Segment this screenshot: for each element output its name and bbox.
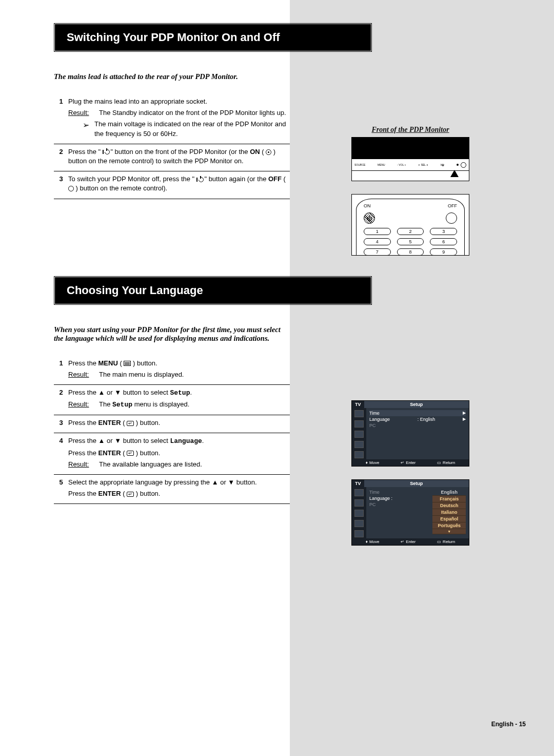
step-text: Press the " " button on the front of the… xyxy=(68,147,290,166)
osd-item-value: : English xyxy=(418,417,436,422)
step-text: Press the MENU ( ) button. xyxy=(68,359,290,368)
osd-title: Setup xyxy=(364,401,469,408)
panel-label: - VOL + xyxy=(397,163,406,166)
osd-foot-return: ▭ Return xyxy=(437,539,455,544)
osd-setup-languages: TV Setup Time Language : xyxy=(351,479,469,546)
step-text: Press the ENTER ( ) button. xyxy=(68,489,290,498)
num-button: 4 xyxy=(364,238,391,245)
osd-item: Time xyxy=(369,411,380,416)
panel-label: ∨ SEL ∧ xyxy=(418,163,428,166)
step-text: Plug the mains lead into an appropriate … xyxy=(68,97,290,106)
remote-off-button xyxy=(446,212,457,224)
osd-language-option: Deutsch xyxy=(432,502,466,509)
section-language: Choosing Your Language xyxy=(28,276,290,305)
osd-nav-icon xyxy=(354,489,364,496)
note-arrow-icon: ➢ xyxy=(83,120,89,138)
osd-item: Language xyxy=(369,417,390,422)
osd-item: PC xyxy=(369,502,376,507)
num-button: 5 xyxy=(397,238,424,245)
result-text: The Standby indicator on the front of th… xyxy=(99,108,290,118)
osd-language-option: Italiano xyxy=(432,509,466,516)
step: 1 Plug the mains lead into an appropriat… xyxy=(54,94,290,144)
step-text: Press the ENTER ( ) button. xyxy=(68,449,290,458)
osd-foot-enter: ↵ Enter xyxy=(401,460,416,465)
menu-icon xyxy=(124,361,131,366)
num-button: 2 xyxy=(397,228,424,235)
osd-foot-enter: ↵ Enter xyxy=(401,539,416,544)
osd-nav-icon xyxy=(354,530,364,537)
note-text: The main voltage is indicated on the rea… xyxy=(94,120,290,138)
result-text: The Setup menu is displayed. xyxy=(99,400,290,410)
remote-on-icon xyxy=(266,149,271,155)
osd-setup-collapsed: TV Setup Time▶ Language: English▶ PC xyxy=(351,400,469,467)
osd-foot-move: ♦ Move xyxy=(366,539,380,544)
power-icon xyxy=(103,149,109,155)
step-number: 1 xyxy=(54,97,68,141)
osd-nav-icon xyxy=(354,410,364,417)
remote-figure: ON OFF ⏻ 1 2 3 4 5 6 7 xyxy=(351,194,469,256)
num-button: 8 xyxy=(397,248,424,256)
osd-item: PC xyxy=(369,423,376,428)
osd-language-option: Français xyxy=(432,496,466,502)
enter-icon xyxy=(127,492,134,497)
step-number: 2 xyxy=(54,147,68,168)
step: 3 To switch your PDP Monitor off, press … xyxy=(54,171,290,199)
step-text: Press the ▲ or ▼ button to select Setup. xyxy=(68,388,290,398)
step: 1 Press the MENU ( ) button. Result: The… xyxy=(54,356,290,385)
num-button: 1 xyxy=(364,228,391,235)
chevron-right-icon: ▶ xyxy=(463,417,466,422)
osd-nav-icon xyxy=(354,420,364,428)
figure-title: Front of the PDP Monitor xyxy=(351,126,469,134)
step-text: Press the ▲ or ▼ button to select Langua… xyxy=(68,436,290,446)
result-text: The available languages are listed. xyxy=(99,460,290,469)
section1-steps: 1 Plug the mains lead into an appropriat… xyxy=(54,94,290,199)
section2-intro: When you start using your PDP Monitor fo… xyxy=(54,325,290,343)
osd-item: Language xyxy=(369,496,390,501)
section2-steps: 1 Press the MENU ( ) button. Result: The… xyxy=(54,356,290,505)
osd-tv-label: TV xyxy=(352,401,364,408)
main-column: Switching Your PDP Monitor On and Off Th… xyxy=(0,0,290,756)
result-label: Result: xyxy=(68,400,96,410)
step: 5 Select the appropriate language by pre… xyxy=(54,475,290,504)
section1-intro: The mains lead is attached to the rear o… xyxy=(54,72,290,81)
num-button: 6 xyxy=(430,238,457,245)
osd-language-more-icon: ▼ xyxy=(432,529,466,534)
panel-label: MENU xyxy=(378,163,385,166)
ir-arrow-icon xyxy=(450,170,459,177)
step-text: To switch your PDP Monitor off, press th… xyxy=(68,175,290,193)
osd-language-option: Español xyxy=(432,516,466,522)
page: Switching Your PDP Monitor On and Off Th… xyxy=(0,0,554,756)
step: 2 Press the ▲ or ▼ button to select Setu… xyxy=(54,385,290,415)
step: 2 Press the " " button on the front of t… xyxy=(54,144,290,171)
num-button: 7 xyxy=(364,248,391,256)
power-button-icon xyxy=(461,162,466,168)
step-number: 3 xyxy=(54,175,68,195)
enter-icon xyxy=(127,421,134,426)
remote-on-button: ⏻ xyxy=(364,212,375,224)
step: 3 Press the ENTER ( ) button. xyxy=(54,415,290,433)
osd-language-option: English xyxy=(432,489,466,496)
remote-off-icon xyxy=(68,186,74,191)
remote-on-label: ON xyxy=(364,203,371,208)
step-number: 1 xyxy=(54,359,68,381)
remote-off-label: OFF xyxy=(448,203,457,208)
section-title-2: Choosing Your Language xyxy=(55,277,371,304)
step: 4 Press the ▲ or ▼ button to select Lang… xyxy=(54,433,290,475)
step-text: Select the appropriate language by press… xyxy=(68,478,290,487)
page-footer: English - 15 xyxy=(491,721,526,728)
osd-foot-return: ▭ Return xyxy=(437,460,455,465)
step-number: 4 xyxy=(54,436,68,471)
chevron-right-icon: ▶ xyxy=(463,411,466,416)
osd-nav-icon xyxy=(354,520,364,527)
side-column: Front of the PDP Monitor SOURCE MENU - V… xyxy=(290,0,554,756)
enter-icon xyxy=(127,451,134,456)
step-number: 5 xyxy=(54,478,68,500)
step-number: 3 xyxy=(54,418,68,430)
panel-label: SOURCE xyxy=(354,163,365,166)
num-button: 9 xyxy=(430,248,457,256)
osd-nav-icon xyxy=(354,499,364,507)
step-number: 2 xyxy=(54,388,68,412)
section-title-1: Switching Your PDP Monitor On and Off xyxy=(55,24,371,51)
osd-nav-icon xyxy=(354,451,364,458)
result-text: The main menu is displayed. xyxy=(99,370,290,379)
